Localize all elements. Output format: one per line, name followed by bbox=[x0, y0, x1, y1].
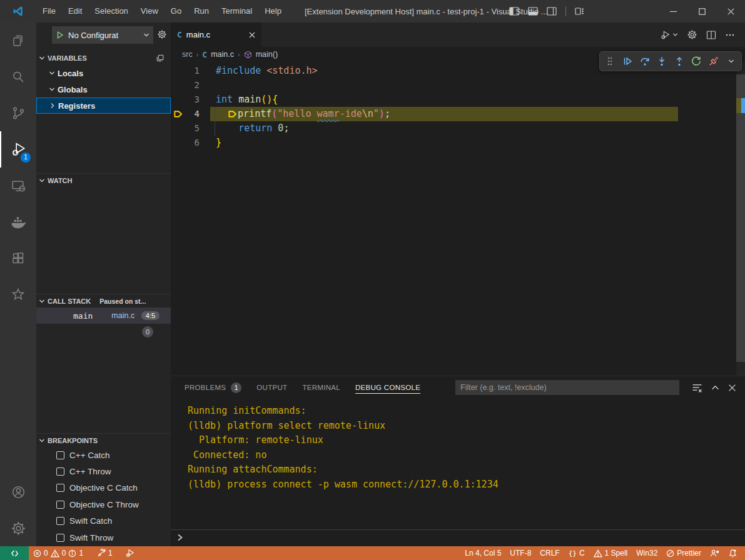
braces-icon: {} bbox=[569, 549, 577, 558]
checkbox[interactable] bbox=[56, 468, 64, 476]
debug-config-label: No Configurat bbox=[68, 31, 139, 40]
menu-selection[interactable]: Selection bbox=[88, 0, 134, 22]
menu-edit[interactable]: Edit bbox=[62, 0, 88, 22]
remote-indicator[interactable] bbox=[0, 546, 29, 560]
extensions-icon[interactable] bbox=[0, 240, 36, 276]
editor-scrollbar[interactable] bbox=[736, 62, 745, 376]
menu-view[interactable]: View bbox=[134, 0, 165, 22]
maximize-panel-icon[interactable] bbox=[711, 384, 719, 392]
thread-row[interactable]: 0 bbox=[36, 324, 171, 340]
search-icon[interactable] bbox=[0, 59, 36, 95]
feedback-icon[interactable] bbox=[706, 546, 724, 560]
checkbox[interactable] bbox=[56, 501, 64, 509]
encoding-indicator[interactable]: UTF-8 bbox=[505, 546, 535, 560]
close-tab-icon[interactable] bbox=[249, 32, 255, 38]
tab-problems[interactable]: PROBLEMS 1 bbox=[180, 376, 246, 399]
tab-main-c[interactable]: C main.c bbox=[171, 22, 261, 47]
run-or-debug-icon[interactable] bbox=[660, 29, 678, 41]
bottom-panel: PROBLEMS 1 OUTPUT TERMINAL DEBUG CONSOLE bbox=[171, 376, 745, 546]
checkbox[interactable] bbox=[56, 517, 64, 525]
problems-status[interactable]: 0 0 1 bbox=[29, 546, 88, 560]
restart-icon[interactable] bbox=[690, 54, 703, 69]
scope-globals[interactable]: Globals bbox=[36, 81, 171, 98]
debug-status-icon[interactable] bbox=[121, 546, 139, 560]
code-editor[interactable]: 1 #include <stdio.h> 2 3 int main(){ 4 bbox=[171, 62, 745, 376]
language-mode[interactable]: {} C bbox=[564, 546, 589, 560]
close-window-button[interactable] bbox=[716, 0, 745, 22]
checkbox[interactable] bbox=[56, 534, 64, 542]
tab-bar: C main.c bbox=[171, 22, 745, 47]
step-out-icon[interactable] bbox=[673, 54, 686, 69]
platform-indicator[interactable]: Win32 bbox=[632, 546, 662, 560]
console-filter-input[interactable] bbox=[455, 380, 679, 395]
eol-indicator[interactable]: CRLF bbox=[535, 546, 564, 560]
debug-console-input[interactable] bbox=[171, 529, 745, 545]
slash-circle-icon bbox=[666, 549, 674, 558]
spell-checker-status[interactable]: 1 Spell bbox=[589, 546, 632, 560]
cursor-position[interactable]: Ln 4, Col 5 bbox=[460, 546, 505, 560]
tab-debug-console[interactable]: DEBUG CONSOLE bbox=[350, 376, 425, 399]
toggle-panel-icon[interactable] bbox=[528, 6, 538, 16]
breakpoints-header[interactable]: BREAKPOINTS bbox=[36, 433, 171, 447]
ruler-current-line-mark bbox=[736, 98, 741, 113]
vscode-window: File Edit Selection View Go Run Terminal… bbox=[0, 0, 745, 560]
scope-locals[interactable]: Locals bbox=[36, 65, 171, 81]
menu-terminal[interactable]: Terminal bbox=[215, 0, 258, 22]
tab-terminal[interactable]: TERMINAL bbox=[297, 376, 345, 399]
editor-settings-gear-icon[interactable] bbox=[687, 29, 697, 40]
notifications-bell-icon[interactable] bbox=[724, 546, 745, 560]
collapse-all-icon[interactable] bbox=[156, 54, 165, 62]
variables-header[interactable]: VARIABLES bbox=[36, 51, 171, 65]
customize-layout-icon[interactable] bbox=[575, 6, 585, 16]
debug-console-output[interactable]: Running initCommands: (lldb) platform se… bbox=[171, 399, 736, 530]
debug-settings-gear-icon[interactable] bbox=[157, 29, 167, 39]
editor-area: C main.c bbox=[171, 22, 745, 546]
menu-run[interactable]: Run bbox=[188, 0, 215, 22]
debug-config-dropdown[interactable]: No Configurat bbox=[52, 26, 153, 44]
stack-frame-row[interactable]: main main.c 4:5 bbox=[36, 308, 171, 324]
breakpoints-section: BREAKPOINTS C++ Catch C++ Throw Objectiv… bbox=[36, 433, 171, 546]
toggle-secondary-sidebar-icon[interactable] bbox=[547, 6, 557, 16]
inline-breakpoint-arrow-icon[interactable] bbox=[228, 109, 237, 119]
c-language-icon: C bbox=[177, 30, 182, 39]
docker-icon[interactable] bbox=[0, 204, 36, 240]
checkbox[interactable] bbox=[56, 451, 64, 459]
minimize-button[interactable] bbox=[659, 0, 687, 22]
menu-file[interactable]: File bbox=[36, 0, 62, 22]
ports-status[interactable]: 1 bbox=[93, 546, 117, 560]
call-stack-header[interactable]: CALL STACK Paused on st... bbox=[36, 294, 171, 308]
watch-header[interactable]: WATCH bbox=[36, 173, 171, 187]
breadcrumb-symbol[interactable]: main() bbox=[256, 50, 278, 59]
clear-console-icon[interactable] bbox=[692, 382, 702, 393]
frame-file: main.c bbox=[111, 311, 134, 320]
step-into-icon[interactable] bbox=[656, 54, 669, 69]
toolbar-drag-grip[interactable] bbox=[604, 54, 617, 69]
split-editor-icon[interactable] bbox=[706, 30, 716, 40]
breakpoint-row: C++ Throw bbox=[36, 463, 171, 479]
star-icon[interactable] bbox=[0, 276, 36, 312]
continue-icon[interactable] bbox=[621, 54, 634, 69]
maximize-button[interactable] bbox=[687, 0, 716, 22]
tab-output[interactable]: OUTPUT bbox=[251, 376, 292, 399]
settings-gear-icon[interactable] bbox=[0, 510, 36, 546]
toggle-sidebar-icon[interactable] bbox=[509, 6, 519, 16]
more-actions-icon[interactable] bbox=[725, 30, 735, 40]
source-control-icon[interactable] bbox=[0, 95, 36, 131]
explorer-icon[interactable] bbox=[0, 22, 36, 59]
toolbar-dropdown-chevron-icon[interactable] bbox=[724, 54, 737, 69]
menu-go[interactable]: Go bbox=[165, 0, 188, 22]
run-and-debug-icon[interactable]: 1 bbox=[0, 131, 36, 168]
scrollbar-slider[interactable] bbox=[736, 74, 745, 362]
breadcrumb-folder[interactable]: src bbox=[182, 50, 193, 59]
code-line-5: 5 return 0; bbox=[171, 121, 745, 136]
remote-explorer-icon[interactable] bbox=[0, 168, 36, 204]
step-over-icon[interactable] bbox=[638, 54, 651, 69]
menu-help[interactable]: Help bbox=[258, 0, 288, 22]
formatter-status[interactable]: Prettier bbox=[662, 546, 706, 560]
disconnect-icon[interactable] bbox=[707, 54, 721, 69]
accounts-icon[interactable] bbox=[0, 474, 36, 510]
checkbox[interactable] bbox=[56, 484, 64, 492]
close-panel-icon[interactable] bbox=[728, 384, 736, 392]
scope-registers[interactable]: Registers bbox=[36, 98, 171, 114]
breadcrumb-file[interactable]: main.c bbox=[211, 50, 234, 59]
